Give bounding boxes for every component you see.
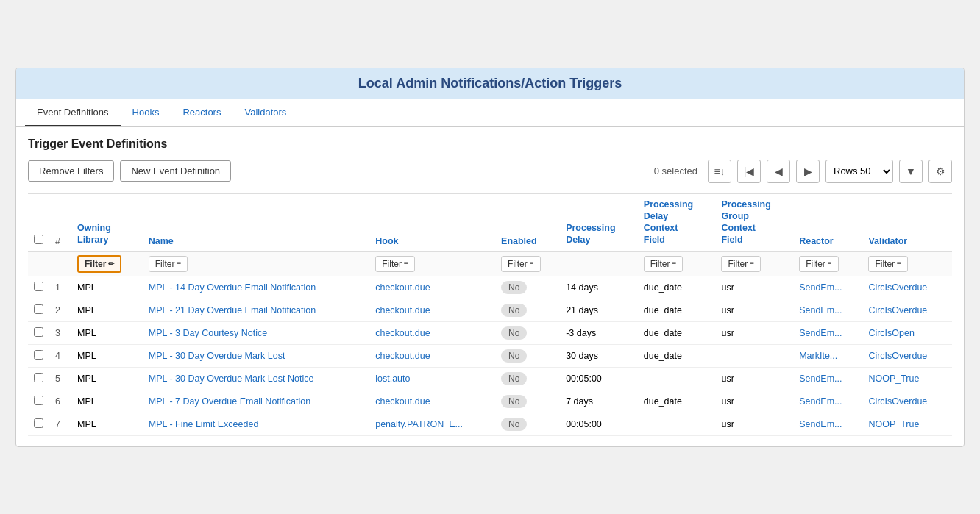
row-reactor-link[interactable]: MarkIte... bbox=[799, 351, 837, 361]
row-validator-link[interactable]: CircIsOpen bbox=[868, 328, 915, 338]
row-checkbox-cell[interactable] bbox=[28, 321, 49, 344]
row-checkbox[interactable] bbox=[34, 282, 43, 291]
first-page-button[interactable]: |◀ bbox=[737, 160, 761, 183]
row-reactor-link[interactable]: SendEm... bbox=[799, 328, 842, 338]
row-name-link[interactable]: MPL - 14 Day Overdue Email Notification bbox=[149, 282, 316, 293]
row-hook[interactable]: checkout.due bbox=[369, 390, 495, 413]
row-hook[interactable]: checkout.due bbox=[369, 344, 495, 367]
row-hook[interactable]: checkout.due bbox=[369, 299, 495, 321]
hook-filter-button[interactable]: Filter ≡ bbox=[375, 256, 415, 272]
filter-enabled[interactable]: Filter ≡ bbox=[495, 251, 560, 276]
row-validator[interactable]: CircIsOverdue bbox=[862, 276, 952, 299]
filter-reactor[interactable]: Filter ≡ bbox=[793, 251, 862, 276]
prev-page-button[interactable]: ◀ bbox=[767, 160, 790, 183]
row-reactor[interactable]: SendEm... bbox=[793, 299, 862, 321]
row-hook-link[interactable]: checkout.due bbox=[375, 328, 430, 338]
settings-button[interactable]: ⚙ bbox=[928, 160, 952, 183]
row-validator-link[interactable]: CircIsOverdue bbox=[868, 396, 927, 407]
row-reactor-link[interactable]: SendEm... bbox=[799, 305, 842, 315]
row-checkbox[interactable] bbox=[34, 396, 43, 405]
row-hook-link[interactable]: checkout.due bbox=[375, 351, 430, 361]
row-name[interactable]: MPL - 21 Day Overdue Email Notification bbox=[143, 299, 369, 321]
row-hook-link[interactable]: lost.auto bbox=[375, 374, 410, 384]
row-reactor[interactable]: MarkIte... bbox=[793, 344, 862, 367]
col-owning-library[interactable]: OwningLibrary bbox=[71, 193, 143, 251]
validator-filter-button[interactable]: Filter ≡ bbox=[868, 256, 908, 272]
row-validator[interactable]: CircIsOverdue bbox=[862, 344, 952, 367]
row-name-link[interactable]: MPL - 3 Day Courtesy Notice bbox=[149, 328, 267, 338]
row-validator[interactable]: CircIsOverdue bbox=[862, 390, 952, 413]
row-validator-link[interactable]: NOOP_True bbox=[868, 419, 919, 429]
owning-library-filter-button[interactable]: Filter ✏ bbox=[77, 255, 121, 273]
row-reactor-link[interactable]: SendEm... bbox=[799, 282, 842, 293]
row-checkbox-cell[interactable] bbox=[28, 299, 49, 321]
filter-pg-context[interactable]: Filter ≡ bbox=[715, 251, 793, 276]
tab-reactors[interactable]: Reactors bbox=[171, 99, 232, 126]
rows-dropdown-button[interactable]: ▼ bbox=[899, 160, 923, 183]
enabled-filter-button[interactable]: Filter ≡ bbox=[501, 256, 541, 272]
row-name-link[interactable]: MPL - 21 Day Overdue Email Notification bbox=[149, 305, 316, 315]
col-name[interactable]: Name bbox=[143, 193, 369, 251]
row-checkbox[interactable] bbox=[34, 350, 43, 360]
col-processing-delay-context-field[interactable]: ProcessingDelayContextField bbox=[638, 193, 716, 251]
row-validator-link[interactable]: CircIsOverdue bbox=[868, 305, 927, 315]
row-reactor-link[interactable]: SendEm... bbox=[799, 419, 842, 429]
rows-per-page-select[interactable]: Rows 50 Rows 25 Rows 100 bbox=[825, 160, 893, 183]
row-checkbox-cell[interactable] bbox=[28, 276, 49, 299]
row-hook[interactable]: lost.auto bbox=[369, 367, 495, 390]
col-enabled[interactable]: Enabled bbox=[495, 193, 560, 251]
col-processing-delay[interactable]: ProcessingDelay bbox=[560, 193, 638, 251]
select-all-header[interactable] bbox=[28, 193, 49, 251]
row-name[interactable]: MPL - 7 Day Overdue Email Notification bbox=[143, 390, 369, 413]
filter-name[interactable]: Filter ≡ bbox=[143, 251, 369, 276]
row-checkbox-cell[interactable] bbox=[28, 344, 49, 367]
row-name-link[interactable]: MPL - 30 Day Overdue Mark Lost Notice bbox=[149, 374, 314, 384]
bulk-action-icon-button[interactable]: ≡↓ bbox=[708, 160, 731, 183]
row-name[interactable]: MPL - Fine Limit Exceeded bbox=[143, 413, 369, 435]
pd-context-filter-button[interactable]: Filter ≡ bbox=[644, 256, 683, 272]
row-reactor-link[interactable]: SendEm... bbox=[799, 396, 842, 407]
row-hook-link[interactable]: checkout.due bbox=[375, 305, 430, 315]
row-checkbox[interactable] bbox=[34, 304, 43, 314]
row-name-link[interactable]: MPL - Fine Limit Exceeded bbox=[149, 419, 259, 429]
row-validator-link[interactable]: NOOP_True bbox=[868, 374, 919, 384]
row-name-link[interactable]: MPL - 30 Day Overdue Mark Lost bbox=[149, 351, 285, 361]
row-checkbox-cell[interactable] bbox=[28, 390, 49, 413]
row-checkbox[interactable] bbox=[34, 418, 43, 428]
filter-pd-context[interactable]: Filter ≡ bbox=[638, 251, 716, 276]
row-validator[interactable]: NOOP_True bbox=[862, 367, 952, 390]
col-validator[interactable]: Validator bbox=[862, 193, 952, 251]
new-event-definition-button[interactable]: New Event Definition bbox=[120, 160, 231, 182]
row-reactor[interactable]: SendEm... bbox=[793, 276, 862, 299]
row-validator[interactable]: NOOP_True bbox=[862, 413, 952, 435]
row-reactor[interactable]: SendEm... bbox=[793, 321, 862, 344]
tab-hooks[interactable]: Hooks bbox=[121, 99, 171, 126]
filter-hook[interactable]: Filter ≡ bbox=[369, 251, 495, 276]
row-name[interactable]: MPL - 3 Day Courtesy Notice bbox=[143, 321, 369, 344]
row-name[interactable]: MPL - 30 Day Overdue Mark Lost bbox=[143, 344, 369, 367]
row-checkbox[interactable] bbox=[34, 327, 43, 337]
row-name[interactable]: MPL - 30 Day Overdue Mark Lost Notice bbox=[143, 367, 369, 390]
row-hook-link[interactable]: checkout.due bbox=[375, 282, 430, 293]
next-page-button[interactable]: ▶ bbox=[796, 160, 820, 183]
row-validator-link[interactable]: CircIsOverdue bbox=[868, 351, 927, 361]
row-validator[interactable]: CircIsOverdue bbox=[862, 299, 952, 321]
remove-filters-button[interactable]: Remove Filters bbox=[28, 160, 114, 182]
tab-validators[interactable]: Validators bbox=[232, 99, 298, 126]
row-validator-link[interactable]: CircIsOverdue bbox=[868, 282, 927, 293]
row-validator[interactable]: CircIsOpen bbox=[862, 321, 952, 344]
row-hook[interactable]: checkout.due bbox=[369, 276, 495, 299]
col-hook[interactable]: Hook bbox=[369, 193, 495, 251]
select-all-checkbox[interactable] bbox=[34, 235, 43, 244]
row-hook-link[interactable]: penalty.PATRON_E... bbox=[375, 419, 463, 429]
filter-owning-library[interactable]: Filter ✏ bbox=[71, 251, 143, 276]
row-hook-link[interactable]: checkout.due bbox=[375, 396, 430, 407]
row-reactor[interactable]: SendEm... bbox=[793, 413, 862, 435]
row-reactor[interactable]: SendEm... bbox=[793, 367, 862, 390]
pg-context-filter-button[interactable]: Filter ≡ bbox=[721, 256, 761, 272]
row-checkbox-cell[interactable] bbox=[28, 367, 49, 390]
filter-validator[interactable]: Filter ≡ bbox=[862, 251, 952, 276]
row-name[interactable]: MPL - 14 Day Overdue Email Notification bbox=[143, 276, 369, 299]
row-hook[interactable]: checkout.due bbox=[369, 321, 495, 344]
row-name-link[interactable]: MPL - 7 Day Overdue Email Notification bbox=[149, 396, 310, 407]
